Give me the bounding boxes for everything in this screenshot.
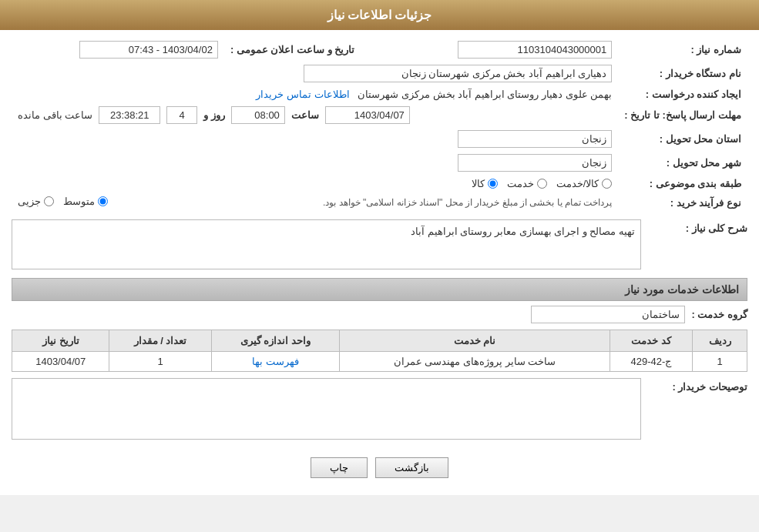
group-khadamat-label: گروه خدمت :: [691, 309, 747, 320]
mohlat-date-box: 1403/04/07: [325, 106, 410, 124]
khadamat-header: اطلاعات خدمات مورد نیاز: [12, 278, 747, 301]
group-khadamat-row: گروه خدمت : ساختمان: [12, 306, 747, 323]
row-shahr: شهر محل تحویل : زنجان: [12, 151, 747, 175]
tosifat-section: توصیحات خریدار :: [12, 378, 747, 442]
ostan-value: زنجان: [12, 127, 618, 151]
tarifbandi-value: کالا/خدمت خدمت کالا: [12, 175, 618, 192]
shahr-value: زنجان: [12, 151, 618, 175]
services-table-body: 1 ج-42-429 ساخت سایر پروژه‌های مهندسی عم…: [12, 352, 747, 372]
mohlat-time-box: 08:00: [231, 106, 285, 124]
mohlat-label: مهلت ارسال پاسخ: تا تاریخ :: [618, 103, 747, 127]
cell-vahed[interactable]: فهرست بها: [211, 352, 340, 372]
tarifbandi-label-kala-khadamat: کالا/خدمت: [556, 178, 599, 189]
col-header-kod: کد خدمت: [610, 330, 693, 352]
row-shomare-tarikh: شماره نیاز : 1103104043000001 تاریخ و سا…: [12, 38, 747, 62]
services-table-head: ردیف کد خدمت نام خدمت واحد اندازه گیری ت…: [12, 330, 747, 352]
row-mohlat: مهلت ارسال پاسخ: تا تاریخ : 1403/04/07 س…: [12, 103, 747, 127]
shomare-niaz-label: شماره نیاز :: [618, 38, 747, 62]
row-ijad-konande: ایجاد کننده درخواست : بهمن علوی دهیار رو…: [12, 85, 747, 103]
tarifbandi-option-kala-khadamat: کالا/خدمت: [556, 178, 613, 189]
noe-farayand-option-jozi: جزیی: [18, 196, 54, 207]
shomare-niaz-value: 1103104043000001: [384, 38, 618, 62]
sharh-container: تهیه مصالح و اجرای بهسازی معابر روستای ا…: [12, 219, 641, 272]
mohlat-remaining-text: ساعت باقی مانده: [18, 109, 92, 121]
tarifbandi-label-kala: کالا: [472, 178, 485, 189]
sharh-label: شرح کلی نیاز :: [647, 219, 747, 234]
nam-dastgah-value: دهیاری ابراهیم آباد بخش مرکزی شهرستان زن…: [12, 62, 618, 85]
tarifbandi-option-khadamat: خدمت: [507, 178, 547, 189]
mohlat-roz-box: 4: [166, 106, 197, 124]
cell-tedad: 1: [109, 352, 211, 372]
services-table: ردیف کد خدمت نام خدمت واحد اندازه گیری ت…: [12, 330, 747, 372]
sharh-section: شرح کلی نیاز : تهیه مصالح و اجرای بهسازی…: [12, 219, 747, 272]
shahr-label: شهر محل تحویل :: [618, 151, 747, 175]
tarifbandi-label-khadamat: خدمت: [507, 178, 534, 189]
services-table-header-row: ردیف کد خدمت نام خدمت واحد اندازه گیری ت…: [12, 330, 747, 352]
noe-farayand-label: نوع فرآیند خرید :: [618, 192, 747, 213]
ijad-konande-text: بهمن علوی دهیار روستای ابراهیم آباد بخش …: [358, 89, 612, 100]
tarikh-elan-label: تاریخ و ساعت اعلان عمومی :: [224, 38, 361, 62]
mohlat-time-label: ساعت: [291, 109, 319, 121]
tosifat-label: توصیحات خریدار :: [647, 378, 747, 393]
sharh-textarea[interactable]: [12, 219, 641, 269]
mohlat-datetime-row: 1403/04/07 ساعت 08:00 روز و 4 23:38:21 س…: [18, 106, 612, 124]
row-nam-dastgah: نام دستگاه خریدار : دهیاری ابراهیم آباد …: [12, 62, 747, 85]
cell-nam: ساخت سایر پروژه‌های مهندسی عمران: [340, 352, 610, 372]
group-khadamat-value: ساختمان: [531, 306, 685, 323]
mohlat-countdown-box: 23:38:21: [99, 106, 160, 124]
button-row: بازگشت چاپ: [12, 448, 747, 487]
col-header-nam: نام خدمت: [340, 330, 610, 352]
noe-farayand-radio-jozi[interactable]: [44, 196, 54, 206]
tarifbandi-option-kala: کالا: [472, 178, 498, 189]
noe-farayand-row: پرداخت تمام یا بخشی از مبلغ خریدار از مح…: [18, 196, 612, 210]
noe-farayand-radio-motasat[interactable]: [98, 196, 108, 206]
noe-farayand-description: پرداخت تمام یا بخشی از مبلغ خریدار از مح…: [323, 197, 612, 208]
nam-dastgah-label: نام دستگاه خریدار :: [618, 62, 747, 85]
tarikh-elan-value: 1403/04/02 - 07:43: [12, 38, 224, 62]
noe-farayand-label-motasat: متوسط: [63, 196, 95, 207]
cell-radif: 1: [693, 352, 747, 372]
back-button[interactable]: بازگشت: [375, 457, 448, 478]
col-header-radif: ردیف: [693, 330, 747, 352]
tarifbandi-radio-kala[interactable]: [488, 179, 498, 189]
mohlat-value: 1403/04/07 ساعت 08:00 روز و 4 23:38:21 س…: [12, 103, 618, 127]
row-noe-farayand: نوع فرآیند خرید : پرداخت تمام یا بخشی از…: [12, 192, 747, 213]
page-header: جزئیات اطلاعات نیاز: [0, 0, 759, 30]
mohlat-roz-label: روز و: [203, 109, 225, 121]
tosifat-container: [12, 378, 641, 442]
ijad-konande-link[interactable]: اطلاعات تماس خریدار: [256, 89, 349, 100]
page-title: جزئیات اطلاعات نیاز: [327, 8, 432, 22]
cell-tarikh: 1403/04/07: [12, 352, 109, 372]
cell-kod: ج-42-429: [610, 352, 693, 372]
info-table: شماره نیاز : 1103104043000001 تاریخ و سا…: [12, 38, 747, 213]
col-header-tedad: تعداد / مقدار: [109, 330, 211, 352]
tarikh-elan-box: 1403/04/02 - 07:43: [79, 41, 218, 59]
tarifbandi-radio-kala-khadamat[interactable]: [602, 179, 612, 189]
ostan-label: استان محل تحویل :: [618, 127, 747, 151]
noe-farayand-value: پرداخت تمام یا بخشی از مبلغ خریدار از مح…: [12, 192, 618, 213]
print-button[interactable]: چاپ: [311, 457, 368, 478]
page-wrapper: جزئیات اطلاعات نیاز شماره نیاز : 1103104…: [0, 0, 759, 495]
row-ostan: استان محل تحویل : زنجان: [12, 127, 747, 151]
tarifbandi-radio-khadamat[interactable]: [537, 179, 547, 189]
row-tarifbandi: طبقه بندی موضوعی : کالا/خدمت خدمت: [12, 175, 747, 192]
ijad-konande-value: بهمن علوی دهیار روستای ابراهیم آباد بخش …: [12, 85, 618, 103]
table-row: 1 ج-42-429 ساخت سایر پروژه‌های مهندسی عم…: [12, 352, 747, 372]
col-header-tarikh: تاریخ نیاز: [12, 330, 109, 352]
tarifbandi-radio-group: کالا/خدمت خدمت کالا: [18, 178, 612, 189]
noe-farayand-option-motasat: متوسط: [63, 196, 108, 207]
noe-farayand-label-jozi: جزیی: [18, 196, 41, 207]
noe-farayand-text-block: پرداخت تمام یا بخشی از مبلغ خریدار از مح…: [116, 196, 612, 210]
tosifat-textarea[interactable]: [12, 378, 641, 440]
col-header-vahed: واحد اندازه گیری: [211, 330, 340, 352]
ostan-box: زنجان: [458, 130, 612, 148]
tarifbandi-label: طبقه بندی موضوعی :: [618, 175, 747, 192]
nam-dastgah-box: دهیاری ابراهیم آباد بخش مرکزی شهرستان زن…: [304, 65, 612, 82]
shomare-niaz-box: 1103104043000001: [458, 41, 612, 59]
content-area: شماره نیاز : 1103104043000001 تاریخ و سا…: [0, 30, 759, 495]
shahr-box: زنجان: [458, 154, 612, 172]
noe-farayand-radio-group: متوسط جزیی: [18, 196, 108, 207]
ijad-konande-label: ایجاد کننده درخواست :: [618, 85, 747, 103]
